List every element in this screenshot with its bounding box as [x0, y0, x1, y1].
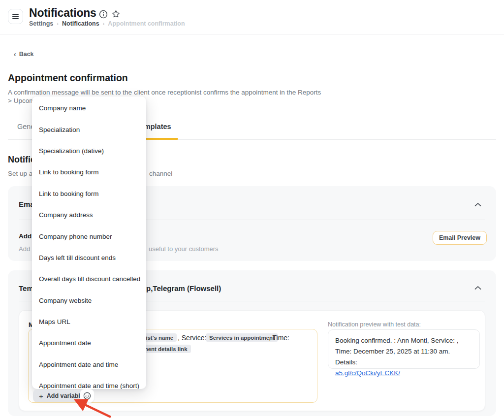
collapse-email-card-icon[interactable] — [474, 202, 481, 207]
dropdown-item[interactable]: Overall days till discount cancelled — [32, 268, 146, 290]
notifications-section-subtitle-left: Set up a — [8, 170, 32, 177]
notifications-section-subtitle-right: channel — [149, 170, 172, 177]
dropdown-item[interactable]: Specialization — [32, 119, 146, 140]
breadcrumb-settings[interactable]: Settings — [29, 20, 53, 27]
dropdown-item[interactable]: Company address — [32, 204, 146, 226]
page-title: Notifications — [29, 6, 96, 20]
dropdown-item[interactable]: Link to booking form — [32, 183, 146, 204]
dropdown-item[interactable]: Maps URL — [32, 311, 146, 332]
breadcrumb-current: Appointment confirmation — [108, 20, 185, 27]
chevron-left-icon: ‹ — [14, 51, 16, 58]
variables-dropdown-menu: Company nameSpecializationSpecialization… — [32, 97, 146, 389]
preview-text-line2: Time: December 25, 2025 at 11:30 am. Det… — [335, 348, 450, 366]
collapse-template-card-icon[interactable] — [474, 286, 481, 290]
email-preview-button[interactable]: Email Preview — [433, 231, 487, 245]
template-card-title-right: p,Telegram (Flowsell) — [146, 284, 221, 292]
app-header: Notifications Settings › Notifications ›… — [0, 0, 504, 34]
plus-icon: + — [39, 392, 43, 400]
preview-text-line1: Booking confirmed. : Ann Monti, Service:… — [335, 337, 459, 344]
email-hint-fragment-right: useful to your customers — [149, 245, 219, 253]
breadcrumb-separator-icon: › — [103, 21, 105, 27]
info-icon[interactable] — [99, 10, 108, 19]
dropdown-item[interactable]: Link to booking form — [32, 162, 146, 183]
editor-text-service: , Service: — [178, 334, 206, 342]
notification-preview-box: Booking confirmed. : Ann Monti, Service:… — [328, 329, 480, 369]
back-button[interactable]: ‹ Back — [14, 51, 34, 58]
dropdown-item[interactable]: Company name — [32, 97, 146, 119]
dropdown-item[interactable]: Appointment date and time (short) — [32, 375, 146, 389]
emoji-picker-button[interactable] — [80, 389, 94, 403]
notifications-settings-page: Notifications Settings › Notifications ›… — [0, 0, 504, 420]
breadcrumb-separator-icon: › — [57, 21, 59, 27]
email-additional-info-label: Add — [19, 232, 32, 240]
favorite-star-icon[interactable] — [111, 9, 121, 19]
dropdown-item[interactable]: Specialization (dative) — [32, 140, 146, 162]
template-card-title-left: Tem — [19, 284, 33, 292]
breadcrumb-notifications[interactable]: Notifications — [62, 20, 99, 27]
back-label: Back — [19, 51, 34, 58]
dropdown-item[interactable]: Company phone number — [32, 226, 146, 247]
dropdown-item[interactable]: Appointment date and time — [32, 354, 146, 375]
dropdown-item[interactable]: Appointment date — [32, 332, 146, 354]
breadcrumb: Settings › Notifications › Appointment c… — [29, 20, 185, 27]
email-hint-fragment-left: Add — [19, 245, 30, 253]
add-variable-label: Add variable — [47, 392, 84, 399]
dropdown-item[interactable]: Days left till discount ends — [32, 247, 146, 268]
smiley-icon — [83, 392, 91, 400]
variable-token-services[interactable]: Services in appointment — [206, 333, 278, 342]
hamburger-menu-button[interactable] — [8, 9, 23, 24]
preview-details-link[interactable]: a5.gl/c/QoCki/yECKK/ — [335, 369, 400, 377]
editor-text-time: , Time: — [269, 334, 289, 342]
notification-preview-label: Notification preview with test data: — [328, 321, 421, 328]
page-description-line1: A confirmation message will be sent to t… — [8, 89, 321, 96]
dropdown-item[interactable]: Company website — [32, 290, 146, 311]
section-page-title: Appointment confirmation — [8, 72, 128, 84]
